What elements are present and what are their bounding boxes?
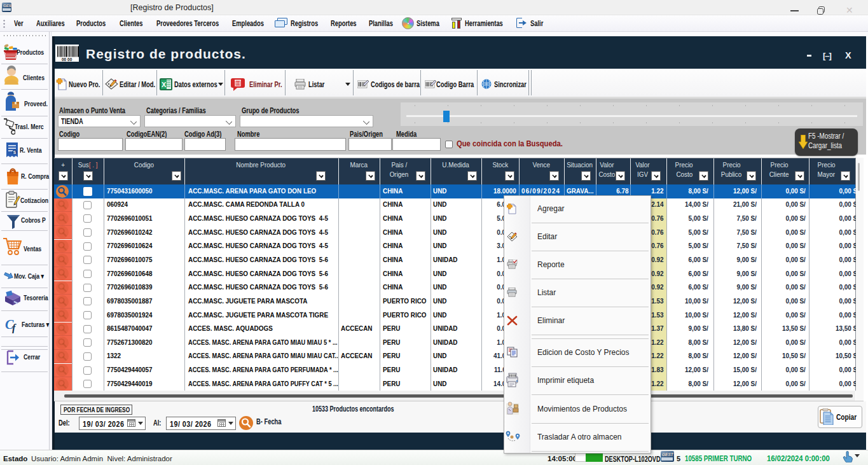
svg-text:00 00: 00 00 (62, 57, 72, 62)
svg-text:f: f (12, 323, 17, 333)
svg-text:S: S (13, 150, 17, 155)
svg-text:X: X (162, 81, 167, 88)
